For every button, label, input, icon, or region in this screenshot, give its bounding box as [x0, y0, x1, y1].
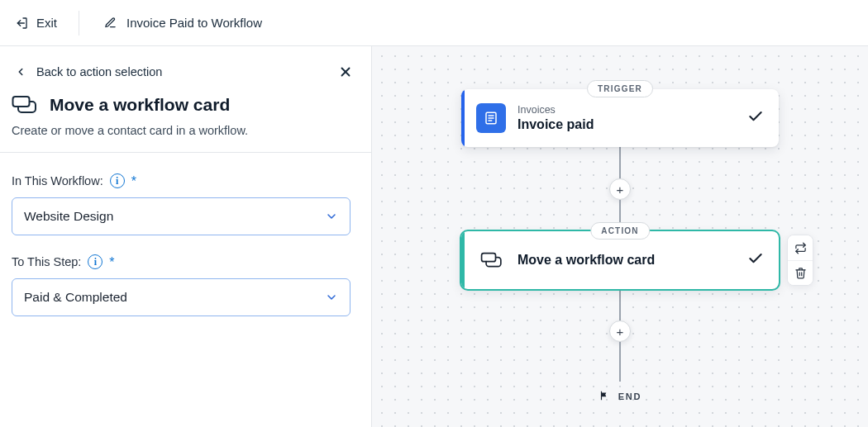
- flow-edge: [619, 147, 621, 178]
- node-type-pill: ACTION: [590, 222, 650, 240]
- add-step-button[interactable]: +: [609, 320, 631, 342]
- workflow-card-icon: [12, 94, 36, 116]
- workflow-title-wrap[interactable]: Invoice Paid to Workflow: [104, 16, 262, 30]
- end-label: END: [618, 391, 642, 401]
- config-sidebar: Back to action selection Move a workflow…: [0, 46, 372, 427]
- flow-edge: [619, 342, 621, 382]
- node-title: Invoice paid: [517, 117, 747, 132]
- exit-label: Exit: [36, 16, 57, 30]
- svg-rect-2: [13, 97, 30, 107]
- flow-edge: [619, 289, 621, 320]
- page-title: Move a workflow card: [50, 95, 230, 115]
- chevron-down-icon: [325, 210, 338, 223]
- info-icon[interactable]: i: [110, 173, 125, 188]
- required-indicator: *: [109, 255, 114, 270]
- required-indicator: *: [131, 174, 136, 189]
- back-link[interactable]: Back to action selection: [15, 65, 162, 78]
- action-node[interactable]: ACTION Move a workflow card: [461, 231, 779, 289]
- pencil-icon: [104, 17, 117, 29]
- close-button[interactable]: [335, 61, 356, 83]
- node-title: Move a workflow card: [517, 253, 747, 268]
- step-select[interactable]: Paid & Completed: [12, 278, 351, 316]
- delete-action-button[interactable]: [788, 260, 813, 285]
- workflow-select[interactable]: Website Design: [12, 197, 351, 235]
- exit-button[interactable]: Exit: [15, 11, 79, 36]
- workflow-card-icon: [476, 245, 506, 275]
- trigger-node[interactable]: TRIGGER Invoices Invoice paid: [461, 89, 779, 147]
- node-accent: [461, 89, 465, 147]
- invoice-icon: [476, 103, 506, 133]
- step-select-value: Paid & Completed: [24, 290, 127, 305]
- node-type-pill: TRIGGER: [587, 80, 653, 97]
- back-label: Back to action selection: [36, 65, 162, 78]
- node-kicker: Invoices: [517, 104, 747, 116]
- svg-rect-7: [482, 254, 496, 262]
- workflow-title: Invoice Paid to Workflow: [126, 16, 262, 30]
- info-icon[interactable]: i: [88, 254, 103, 269]
- workflow-field-label: In This Workflow:: [12, 174, 103, 187]
- step-field: To This Step: i * Paid & Completed: [12, 254, 360, 316]
- workflow-field: In This Workflow: i * Website Design: [12, 173, 360, 235]
- exit-icon: [15, 17, 28, 30]
- check-icon: [747, 108, 764, 128]
- flag-icon: [599, 390, 610, 403]
- step-field-label: To This Step:: [12, 255, 81, 268]
- trash-icon: [794, 267, 807, 279]
- page-subtitle: Create or move a contact card in a workf…: [12, 124, 360, 137]
- node-tools: [787, 235, 813, 286]
- swap-icon: [794, 242, 807, 254]
- node-accent: [461, 231, 465, 289]
- chevron-left-icon: [15, 66, 26, 78]
- app-header: Exit Invoice Paid to Workflow: [0, 0, 868, 46]
- add-step-button[interactable]: +: [609, 178, 631, 200]
- close-icon: [338, 64, 353, 79]
- swap-action-button[interactable]: [788, 235, 813, 260]
- workflow-select-value: Website Design: [24, 209, 113, 224]
- chevron-down-icon: [325, 291, 338, 304]
- flow-end: END: [599, 390, 642, 403]
- check-icon: [747, 250, 764, 270]
- flow-canvas[interactable]: TRIGGER Invoices Invoice paid: [372, 46, 868, 427]
